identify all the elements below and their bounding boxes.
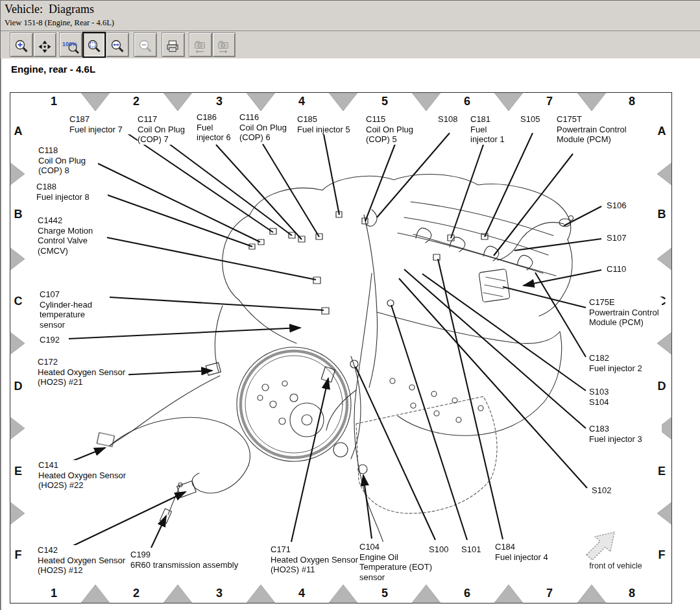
grid-col-top: 4 (292, 95, 311, 108)
title-bar: Vehicle: Diagrams View 151-8 (Engine, Re… (1, 1, 700, 31)
callout-c142: C142Heated Oxygen Sensor (HO2S) #12 (38, 545, 128, 576)
callout-c172: C172Heated Oxygen Sensor (HO2S) #21 (38, 357, 128, 387)
fit-page-icon (84, 39, 104, 55)
prev-view-button (189, 32, 212, 57)
grid-col-bottom: 6 (457, 587, 477, 600)
grid-col-top: 6 (457, 95, 477, 108)
grid-col-bottom: 5 (375, 587, 394, 600)
next-view-button (212, 32, 235, 57)
zoom-out-icon (134, 39, 156, 55)
grid-row-left: F (8, 548, 28, 562)
fit-width-icon (106, 39, 128, 55)
next-view-icon (213, 39, 235, 55)
callout-c141: C141Heated Oxygen Sensor (HO2S) #22 (38, 460, 129, 491)
svg-text:100%: 100% (62, 41, 77, 47)
zoom-in-button[interactable] (10, 32, 33, 57)
callout-c1442: C1442Charge Motion Control Valve (CMCV) (38, 215, 103, 256)
grid-row-right: E (652, 465, 671, 478)
print-icon (162, 39, 184, 55)
grid-col-top: 1 (44, 95, 64, 108)
callout-c115: C115Coil On Plug (COP) 5 (366, 114, 423, 145)
zoom-in-icon (10, 39, 32, 55)
diagram-image[interactable] (10, 92, 672, 604)
callout-c107: C107Cylinder-head temperature sensor (40, 289, 104, 330)
grid-row-left: B (8, 208, 28, 221)
callout-c184: C184Fuel injector 4 (495, 542, 566, 562)
grid-col-top: 7 (540, 95, 559, 108)
callout-c110: C110 (607, 264, 635, 274)
grid-col-bottom: 8 (622, 587, 642, 600)
callout-c116: C116Coil On Plug (COP) 6 (239, 112, 296, 143)
callout-s101: S101 (461, 544, 490, 555)
fit-width-button[interactable] (106, 32, 129, 57)
diagram-viewer-window: Vehicle: Diagrams View 151-8 (Engine, Re… (0, 0, 700, 610)
diagram-title: Engine, rear - 4.6L (11, 64, 95, 75)
callout-s107: S107 (607, 233, 635, 243)
callout-s106: S106 (607, 201, 635, 211)
zoom-100-icon: 100% (60, 39, 82, 55)
callout-c182: C182Fuel injector 2 (589, 353, 662, 373)
callout-c188: C188Fuel injector 8 (36, 182, 108, 202)
callout-s108: S108 (438, 114, 466, 125)
view-subtitle: View 151-8 (Engine, Rear - 4.6L) (5, 18, 114, 28)
print-button[interactable] (162, 32, 185, 57)
callout-c192: C192 (40, 335, 68, 345)
toolbar: 100% (1, 31, 700, 59)
grid-row-left: C (8, 295, 28, 308)
callout-s100: S100 (429, 544, 457, 555)
callout-c186: C186Fuel injector 6 (197, 112, 238, 143)
fit-page-button[interactable] (82, 32, 106, 58)
callout-s102: S102 (592, 485, 620, 496)
callout-c175t: C175TPowertrain Control Module (PCM) (557, 114, 628, 145)
grid-row-left: D (8, 380, 28, 393)
callout-c117: C117Coil On Plug (COP) 7 (138, 114, 195, 145)
zoom-100-button[interactable]: 100% (59, 32, 82, 57)
prev-view-icon (189, 39, 211, 55)
callout-c181: C181Fuel injector 1 (470, 114, 513, 145)
grid-row-right: D (652, 380, 671, 393)
callout-s105: S105 (520, 114, 549, 125)
grid-col-bottom: 1 (44, 587, 64, 600)
callout-c175e: C175EPowertrain Control Module (PCM) (589, 297, 662, 328)
callout-c199: C1996R60 transmission assembly (130, 550, 267, 570)
grid-col-bottom: 2 (127, 587, 146, 600)
callout-c118: C118Coil On Plug (COP) 8 (38, 145, 98, 176)
grid-row-right: A (652, 125, 671, 138)
grid-col-top: 5 (375, 95, 394, 108)
grid-row-right: B (652, 208, 671, 221)
window-title: Vehicle: Diagrams (5, 3, 94, 16)
pan-icon (34, 39, 56, 55)
grid-col-bottom: 7 (540, 587, 559, 600)
callout-c187: C187Fuel injector 7 (69, 114, 134, 134)
grid-col-bottom: 4 (292, 587, 311, 600)
front-of-vehicle-label: front of vehicle (580, 561, 651, 570)
callout-c183: C183Fuel injector 3 (589, 424, 662, 444)
callout-c171: C171Heated Oxygen Sensor (HO2S) #11 (271, 544, 361, 575)
callout-s103-s104: S103S104 (589, 387, 628, 407)
pan-button[interactable] (33, 32, 56, 57)
callout-c185: C185Fuel injector 5 (297, 114, 365, 134)
grid-row-left: A (8, 125, 28, 138)
grid-col-top: 3 (210, 95, 229, 108)
zoom-out-button (134, 32, 157, 57)
grid-row-left: E (8, 465, 28, 478)
grid-col-top: 8 (622, 95, 642, 108)
grid-col-bottom: 3 (210, 587, 229, 600)
grid-col-top: 2 (127, 95, 146, 108)
grid-row-right: F (652, 548, 671, 562)
